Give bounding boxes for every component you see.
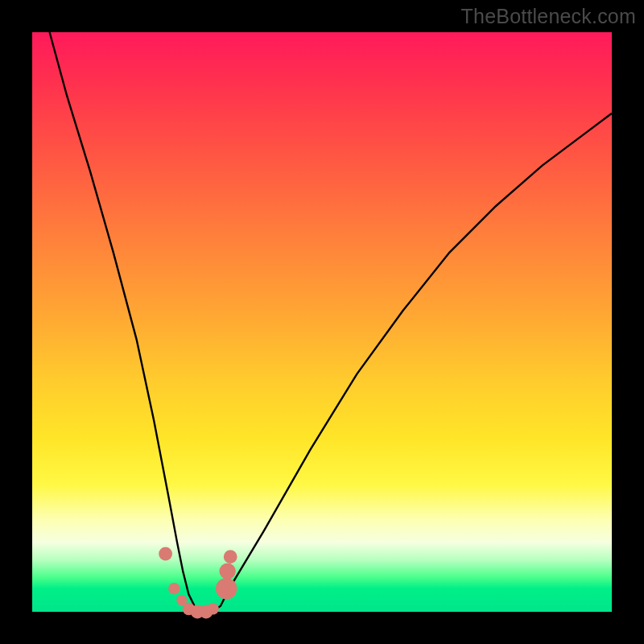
data-point-marker xyxy=(224,550,237,564)
data-point-marker xyxy=(159,547,172,561)
curve-markers xyxy=(159,547,237,619)
curve-svg xyxy=(32,32,612,612)
data-point-marker xyxy=(216,578,237,599)
bottleneck-curve-path xyxy=(50,32,612,612)
data-point-marker xyxy=(207,603,218,614)
plot-area xyxy=(32,32,612,612)
data-point-marker xyxy=(219,563,235,579)
data-point-marker xyxy=(168,583,180,594)
watermark-text: TheBottleneck.com xyxy=(461,5,636,28)
chart-frame: TheBottleneck.com xyxy=(0,0,644,644)
